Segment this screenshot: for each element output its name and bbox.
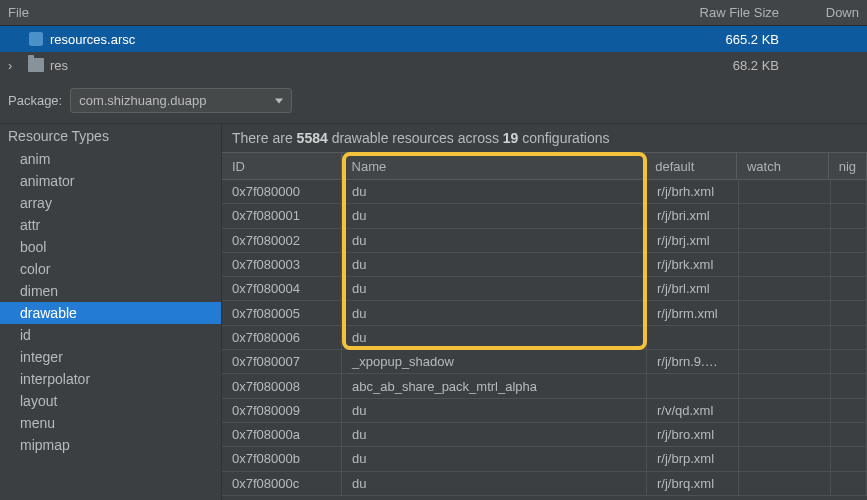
sidebar-item-layout[interactable]: layout [0,390,221,412]
cell-default: r/j/brj.xml [647,229,739,252]
cell-watch [739,253,831,276]
table-row[interactable]: 0x7f080003dur/j/brk.xml [222,253,867,277]
sidebar-item-bool[interactable]: bool [0,236,221,258]
table-row[interactable]: 0x7f080005dur/j/brm.xml [222,301,867,325]
resource-file-icon [28,31,44,47]
cell-name: du [342,326,647,349]
cell-nig [831,301,867,324]
cell-id: 0x7f080006 [222,326,342,349]
sidebar-item-dimen[interactable]: dimen [0,280,221,302]
cell-nig [831,374,867,397]
cell-nig [831,277,867,300]
file-tree: resources.arsc665.2 KB›res68.2 KB [0,26,867,78]
sidebar-item-id[interactable]: id [0,324,221,346]
file-size: 68.2 KB [649,58,799,73]
sidebar-item-integer[interactable]: integer [0,346,221,368]
sidebar-item-color[interactable]: color [0,258,221,280]
resource-content: There are 5584 drawable resources across… [222,124,867,500]
tree-item-label: resources.arsc [50,32,135,47]
col-header-id[interactable]: ID [222,153,342,179]
table-row[interactable]: 0x7f080001dur/j/bri.xml [222,204,867,228]
cell-id: 0x7f080009 [222,399,342,422]
cell-id: 0x7f080004 [222,277,342,300]
cell-default: r/j/brn.9.… [647,350,739,373]
cell-name: du [342,447,647,470]
cell-watch [739,204,831,227]
cell-nig [831,399,867,422]
table-row[interactable]: 0x7f08000adur/j/bro.xml [222,423,867,447]
cell-default [647,326,739,349]
sidebar-item-animator[interactable]: animator [0,170,221,192]
cell-id: 0x7f080005 [222,301,342,324]
col-header-default[interactable]: default [645,153,737,179]
package-dropdown[interactable]: com.shizhuang.duapp [70,88,292,113]
table-row[interactable]: 0x7f08000bdur/j/brp.xml [222,447,867,471]
table-row[interactable]: 0x7f080006du [222,326,867,350]
cell-watch [739,472,831,495]
tree-row-res[interactable]: ›res68.2 KB [0,52,867,78]
cell-default: r/j/bri.xml [647,204,739,227]
sidebar-item-interpolator[interactable]: interpolator [0,368,221,390]
col-header-watch[interactable]: watch [737,153,829,179]
cell-nig [831,472,867,495]
sidebar-item-drawable[interactable]: drawable [0,302,221,324]
sidebar-item-array[interactable]: array [0,192,221,214]
sidebar-title: Resource Types [0,124,221,148]
table-row[interactable]: 0x7f080009dur/v/qd.xml [222,399,867,423]
cell-name: du [342,277,647,300]
header-raw-col[interactable]: Raw File Size [649,5,799,20]
cell-default: r/v/qd.xml [647,399,739,422]
table-row[interactable]: 0x7f08000cdur/j/brq.xml [222,472,867,496]
cell-nig [831,253,867,276]
cell-name: abc_ab_share_pack_mtrl_alpha [342,374,647,397]
table-row[interactable]: 0x7f080002dur/j/brj.xml [222,229,867,253]
cell-watch [739,180,831,203]
cell-name: du [342,399,647,422]
summary-mid: drawable resources across [328,130,503,146]
cell-name: _xpopup_shadow [342,350,647,373]
cell-nig [831,229,867,252]
sidebar-item-mipmap[interactable]: mipmap [0,434,221,456]
cell-name: du [342,204,647,227]
folder-icon [28,58,44,72]
col-header-nig[interactable]: nig [829,153,867,179]
package-selector-row: Package: com.shizhuang.duapp [0,78,867,124]
cell-watch [739,277,831,300]
cell-id: 0x7f08000a [222,423,342,446]
table-row[interactable]: 0x7f080000dur/j/brh.xml [222,180,867,204]
cell-default: r/j/bro.xml [647,423,739,446]
cell-default: r/j/brl.xml [647,277,739,300]
cell-id: 0x7f08000c [222,472,342,495]
summary-configs: 19 [503,130,519,146]
cell-name: du [342,472,647,495]
cell-nig [831,326,867,349]
file-list-header: File Raw File Size Down [0,0,867,26]
cell-name: du [342,253,647,276]
sidebar-item-attr[interactable]: attr [0,214,221,236]
header-download-col[interactable]: Down [799,5,859,20]
expand-arrow-icon[interactable]: › [8,58,22,73]
table-row[interactable]: 0x7f080008abc_ab_share_pack_mtrl_alpha [222,374,867,398]
resource-table: ID Name default watch nig 0x7f080000dur/… [222,152,867,496]
header-file-col[interactable]: File [8,5,649,20]
package-dropdown-value: com.shizhuang.duapp [79,93,206,108]
cell-name: du [342,423,647,446]
cell-nig [831,180,867,203]
cell-id: 0x7f080001 [222,204,342,227]
sidebar-item-menu[interactable]: menu [0,412,221,434]
tree-row-resources.arsc[interactable]: resources.arsc665.2 KB [0,26,867,52]
cell-default: r/j/brk.xml [647,253,739,276]
cell-default: r/j/brp.xml [647,447,739,470]
table-row[interactable]: 0x7f080007_xpopup_shadowr/j/brn.9.… [222,350,867,374]
col-header-name[interactable]: Name [342,153,646,179]
table-row[interactable]: 0x7f080004dur/j/brl.xml [222,277,867,301]
package-label: Package: [8,93,62,108]
cell-default: r/j/brq.xml [647,472,739,495]
cell-default [647,374,739,397]
chevron-down-icon [275,98,283,103]
sidebar-item-anim[interactable]: anim [0,148,221,170]
cell-id: 0x7f080007 [222,350,342,373]
cell-id: 0x7f080002 [222,229,342,252]
cell-id: 0x7f080003 [222,253,342,276]
resource-summary: There are 5584 drawable resources across… [222,124,867,152]
